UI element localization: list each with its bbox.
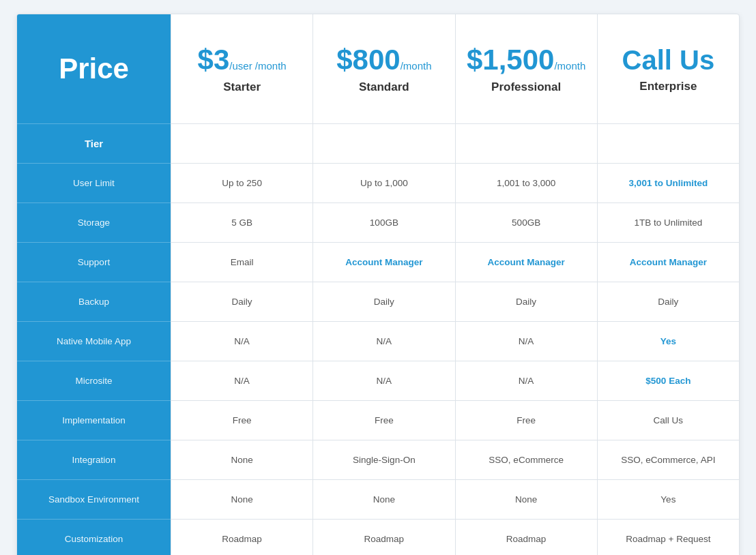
plan-header-2: $1,500/monthProfessional (456, 14, 597, 123)
plan-row-0-5: N/A (171, 361, 312, 400)
plan-row-1-4: N/A (313, 321, 454, 361)
plan-price-main-2: $1,500 (467, 44, 554, 76)
plan-name-1: Standard (359, 80, 409, 94)
sidebar-row-label-1: Storage (78, 217, 110, 228)
plan-header-0: $3/user /monthStarter (171, 14, 312, 123)
sidebar-row-label-6: Implementation (62, 415, 125, 425)
plan-row-3-9: Roadmap + Request (598, 519, 739, 555)
plan-price-1: $800/month (336, 44, 431, 76)
plan-price-sub-1: /month (401, 60, 432, 72)
sidebar-row-label-8: Sandbox Environment (48, 494, 139, 505)
plan-tier-spacer-0 (171, 123, 312, 163)
plan-col-0: $3/user /monthStarterUp to 2505 GBEmailD… (171, 14, 312, 555)
sidebar-row-label-5: Microsite (75, 376, 112, 386)
plan-tier-spacer-3 (598, 123, 739, 163)
sidebar-row-label-3: Backup (78, 297, 109, 307)
plan-price-0: $3/user /month (198, 44, 287, 76)
plan-row-1-9: Roadmap (313, 519, 454, 555)
sidebar-row-label-2: Support (78, 257, 110, 267)
pricing-table: Price Tier User LimitStorageSupportBacku… (16, 14, 740, 555)
plan-price-main-1: $800 (336, 44, 400, 76)
sidebar-row-label-4: Native Mobile App (57, 336, 131, 346)
sidebar-row-9: Customization (17, 519, 171, 555)
plan-row-2-9: Roadmap (456, 519, 597, 555)
plan-row-1-2: Account Manager (313, 242, 454, 282)
plan-row-3-1: 1TB to Unlimited (598, 202, 739, 242)
plan-row-3-4: Yes (598, 321, 739, 361)
plan-tier-spacer-1 (313, 123, 454, 163)
plan-row-3-8: Yes (598, 479, 739, 519)
sidebar-row-3: Backup (17, 282, 171, 321)
sidebar: Price Tier User LimitStorageSupportBacku… (17, 14, 171, 555)
sidebar-row-label-9: Customization (65, 534, 123, 544)
sidebar-row-8: Sandbox Environment (17, 479, 171, 519)
plan-row-1-1: 100GB (313, 202, 454, 242)
plan-row-1-8: None (313, 479, 454, 519)
plan-row-0-8: None (171, 479, 312, 519)
sidebar-row-6: Implementation (17, 400, 171, 440)
plan-row-0-7: None (171, 440, 312, 479)
plan-row-1-0: Up to 1,000 (313, 163, 454, 202)
plan-price-3: Call Us (622, 45, 715, 76)
plan-row-2-5: N/A (456, 361, 597, 400)
sidebar-price-title: Price (59, 52, 129, 85)
sidebar-row-label-7: Integration (72, 455, 116, 465)
sidebar-tier-label: Tier (85, 138, 103, 149)
plan-name-3: Enterprise (639, 80, 697, 93)
plan-row-3-5: $500 Each (598, 361, 739, 400)
plan-row-0-6: Free (171, 400, 312, 440)
plan-row-1-6: Free (313, 400, 454, 440)
plan-row-2-7: SSO, eCommerce (456, 440, 597, 479)
plan-row-3-7: SSO, eCommerce, API (598, 440, 739, 479)
sidebar-row-label-0: User Limit (73, 178, 115, 188)
plan-header-3: Call UsEnterprise (598, 14, 739, 123)
plan-row-3-3: Daily (598, 282, 739, 321)
plan-tier-spacer-2 (456, 123, 597, 163)
plan-col-1: $800/monthStandardUp to 1,000100GBAccoun… (312, 14, 454, 555)
plan-row-3-6: Call Us (598, 400, 739, 440)
plan-row-0-9: Roadmap (171, 519, 312, 555)
plan-row-2-0: 1,001 to 3,000 (456, 163, 597, 202)
plan-row-0-4: N/A (171, 321, 312, 361)
sidebar-row-7: Integration (17, 440, 171, 479)
sidebar-row-1: Storage (17, 202, 171, 242)
plan-row-0-2: Email (171, 242, 312, 282)
plan-row-0-1: 5 GB (171, 202, 312, 242)
sidebar-tier-row: Tier (17, 123, 171, 163)
plan-row-2-4: N/A (456, 321, 597, 361)
plan-col-2: $1,500/monthProfessional1,001 to 3,00050… (455, 14, 597, 555)
plan-row-1-7: Single-Sign-On (313, 440, 454, 479)
sidebar-row-5: Microsite (17, 361, 171, 400)
plan-row-2-2: Account Manager (456, 242, 597, 282)
sidebar-row-2: Support (17, 242, 171, 282)
plan-row-2-6: Free (456, 400, 597, 440)
sidebar-row-0: User Limit (17, 163, 171, 202)
plan-row-0-3: Daily (171, 282, 312, 321)
plan-row-1-3: Daily (313, 282, 454, 321)
plan-row-3-0: 3,001 to Unlimited (598, 163, 739, 202)
sidebar-row-4: Native Mobile App (17, 321, 171, 361)
plan-row-2-8: None (456, 479, 597, 519)
plan-name-2: Professional (491, 80, 561, 94)
plan-row-0-0: Up to 250 (171, 163, 312, 202)
plan-row-3-2: Account Manager (598, 242, 739, 282)
plan-row-2-3: Daily (456, 282, 597, 321)
plan-price-2: $1,500/month (467, 44, 585, 76)
plan-price-sub-0: /user /month (229, 60, 286, 72)
sidebar-price-header: Price (17, 14, 171, 123)
plan-header-1: $800/monthStandard (313, 14, 454, 123)
plan-row-2-1: 500GB (456, 202, 597, 242)
plan-name-0: Starter (223, 80, 261, 94)
plan-col-3: Call UsEnterprise3,001 to Unlimited1TB t… (597, 14, 739, 555)
plan-price-main-0: $3 (198, 44, 230, 76)
plan-price-sub-2: /month (554, 60, 585, 72)
plan-row-1-5: N/A (313, 361, 454, 400)
